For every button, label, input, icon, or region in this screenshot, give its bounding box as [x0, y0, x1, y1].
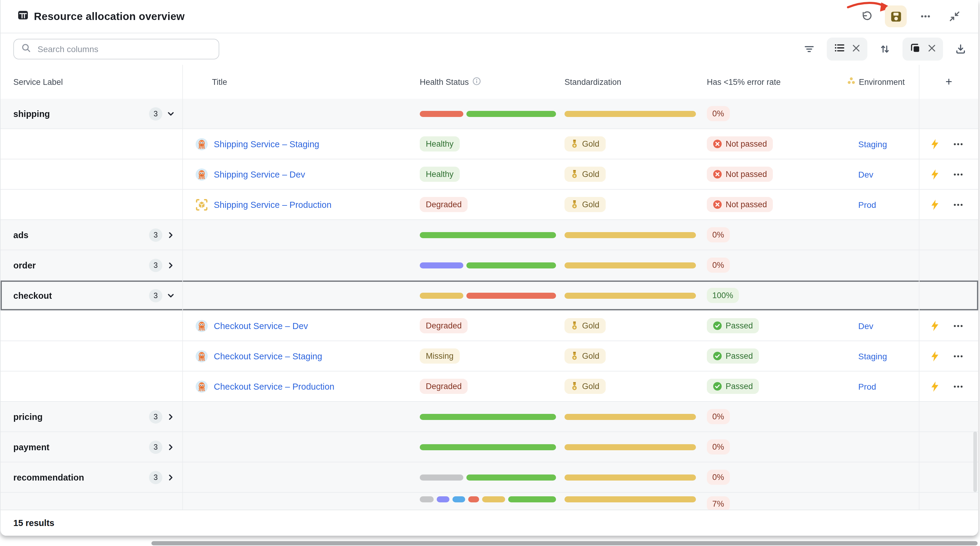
actions-cell	[920, 462, 978, 492]
chevron-right-icon[interactable]	[167, 473, 175, 481]
stack-by-pill[interactable]	[902, 38, 943, 61]
filter-icon[interactable]	[800, 40, 818, 58]
service-row[interactable]: Checkout Service – DevDegradedGoldPassed…	[1, 311, 978, 341]
row-menu-icon[interactable]	[953, 169, 964, 180]
medal-icon	[571, 321, 578, 330]
service-title-link[interactable]: Checkout Service – Production	[214, 382, 334, 391]
run-action-icon[interactable]	[930, 169, 939, 180]
search-box[interactable]	[13, 39, 219, 59]
environment-link[interactable]: Prod	[858, 200, 876, 209]
group-row[interactable]: payment30%	[1, 432, 978, 462]
service-row[interactable]: Checkout Service – StagingMissingGoldPas…	[1, 341, 978, 372]
group-row[interactable]: 7%	[1, 493, 978, 511]
title-cell	[183, 493, 407, 511]
error-rate-badge: 0%	[707, 257, 730, 273]
row-menu-icon[interactable]	[953, 320, 964, 331]
standardization-badge: Gold	[565, 136, 605, 152]
medal-icon	[571, 170, 578, 179]
error-rate-cell: Passed	[694, 341, 846, 371]
group-count-badge: 3	[149, 440, 162, 453]
clear-stack-by-icon[interactable]	[927, 43, 936, 55]
environment-cell	[846, 281, 920, 310]
group-row[interactable]: ads30%	[1, 220, 978, 250]
environment-cell	[846, 220, 920, 250]
column-service-label[interactable]: Service Label	[1, 65, 183, 99]
save-button[interactable]	[885, 5, 907, 27]
run-action-icon[interactable]	[930, 199, 939, 210]
column-standardization[interactable]: Standardization	[552, 65, 694, 99]
service-title-link[interactable]: Shipping Service – Production	[214, 200, 332, 209]
service-title-link[interactable]: Checkout Service – Dev	[214, 321, 308, 330]
environment-link[interactable]: Dev	[858, 169, 873, 179]
title-cell	[183, 402, 407, 431]
add-column-button[interactable]: +	[920, 65, 978, 99]
horizontal-scrollbar[interactable]	[151, 541, 978, 545]
group-row[interactable]: pricing30%	[1, 402, 978, 432]
health-status-badge: Healthy	[420, 167, 460, 182]
run-action-icon[interactable]	[930, 139, 939, 149]
group-row[interactable]: recommendation30%	[1, 462, 978, 493]
chevron-down-icon[interactable]	[167, 109, 175, 118]
service-title-link[interactable]: Checkout Service – Staging	[214, 351, 322, 361]
health-cell	[407, 493, 552, 511]
clear-group-by-icon[interactable]	[851, 43, 861, 55]
card-header: Resource allocation overview	[1, 0, 978, 34]
run-action-icon[interactable]	[930, 320, 939, 331]
collapse-icon[interactable]	[944, 6, 965, 27]
group-row[interactable]: checkout3100%	[1, 281, 978, 311]
error-rate-badge: 0%	[707, 227, 730, 243]
environment-cell	[846, 99, 920, 128]
row-menu-icon[interactable]	[953, 381, 964, 392]
group-label-cell	[1, 493, 183, 511]
vertical-scrollbar[interactable]	[973, 431, 977, 492]
info-icon[interactable]	[473, 77, 481, 87]
service-row[interactable]: Shipping Service – StagingHealthyGoldNot…	[1, 129, 978, 160]
environment-link[interactable]: Staging	[858, 351, 887, 361]
title-cell	[183, 281, 407, 310]
sort-icon[interactable]	[876, 40, 894, 58]
column-health-status[interactable]: Health Status	[407, 65, 552, 99]
chevron-right-icon[interactable]	[167, 412, 175, 421]
row-menu-icon[interactable]	[953, 199, 964, 210]
group-row[interactable]: shipping30%	[1, 99, 978, 129]
run-action-icon[interactable]	[930, 381, 939, 392]
column-environment[interactable]: Environment	[846, 65, 920, 99]
health-distribution-bar	[407, 110, 556, 117]
chevron-down-icon[interactable]	[167, 291, 175, 300]
error-rate-cell: 0%	[694, 250, 846, 280]
app-window: Resource allocation overview	[0, 0, 980, 546]
column-title[interactable]: Title	[183, 65, 407, 99]
service-row[interactable]: Shipping Service – ProductionDegradedGol…	[1, 190, 978, 220]
row-menu-icon[interactable]	[953, 139, 964, 149]
download-icon[interactable]	[951, 40, 970, 58]
environment-cluster-icon	[847, 77, 855, 87]
service-title-link[interactable]: Shipping Service – Dev	[214, 169, 305, 179]
service-title-link[interactable]: Shipping Service – Staging	[214, 139, 319, 149]
environment-cell: Dev	[846, 160, 920, 189]
chevron-right-icon[interactable]	[167, 443, 175, 451]
undo-icon[interactable]	[856, 6, 877, 27]
title-cell	[183, 250, 407, 280]
row-menu-icon[interactable]	[953, 351, 964, 361]
run-action-icon[interactable]	[930, 351, 939, 361]
more-options-icon[interactable]	[915, 6, 936, 27]
service-row[interactable]: Checkout Service – ProductionDegradedGol…	[1, 372, 978, 402]
service-label-cell	[1, 129, 183, 159]
standardization-distribution-bar	[552, 262, 696, 268]
chevron-right-icon[interactable]	[167, 261, 175, 269]
column-error-rate[interactable]: Has <15% error rate	[694, 65, 846, 99]
service-row[interactable]: Shipping Service – DevHealthyGoldNot pas…	[1, 160, 978, 190]
title-cell	[183, 432, 407, 462]
medal-icon	[571, 200, 578, 209]
cube-avatar-icon	[183, 198, 208, 211]
environment-link[interactable]: Prod	[858, 382, 876, 391]
health-status-badge: Healthy	[420, 136, 460, 152]
environment-link[interactable]: Dev	[858, 321, 873, 330]
group-label-cell: order3	[1, 250, 183, 280]
environment-link[interactable]: Staging	[858, 139, 887, 149]
chevron-right-icon[interactable]	[167, 231, 175, 239]
actions-cell	[920, 341, 978, 371]
group-by-pill[interactable]	[827, 38, 867, 61]
search-input[interactable]	[37, 44, 212, 54]
group-row[interactable]: order30%	[1, 250, 978, 281]
